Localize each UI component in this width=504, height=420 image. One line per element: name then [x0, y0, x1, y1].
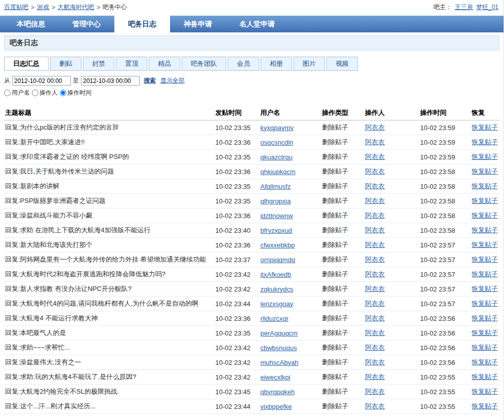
- filter-to-input[interactable]: [81, 76, 140, 86]
- nav-tab-2[interactable]: 管理中心: [59, 16, 114, 32]
- post-time: 10-02 23:42: [216, 271, 261, 278]
- show-all-link[interactable]: 显示全部: [160, 76, 185, 85]
- radio-username-input[interactable]: [4, 90, 11, 96]
- operator-link[interactable]: 阿衣衣: [365, 255, 420, 264]
- log-tab-1[interactable]: 日志汇总: [4, 57, 49, 71]
- op-type: 删除贴子: [322, 226, 365, 235]
- nav-tab-3[interactable]: 吧务日志: [114, 16, 170, 32]
- log-tab-2[interactable]: 删贴: [50, 57, 81, 71]
- username-link[interactable]: zqkukrydcs: [260, 285, 322, 293]
- operator-link[interactable]: 阿衣衣: [365, 402, 420, 411]
- restore-link[interactable]: 恢复贴子: [472, 152, 499, 161]
- operator-link[interactable]: 阿衣衣: [365, 284, 420, 293]
- username-link[interactable]: perAgquqcm: [260, 329, 322, 337]
- username-link[interactable]: qkuazctrqu: [260, 153, 322, 161]
- op-time: 10-02 23:56: [420, 315, 472, 322]
- log-tab-6[interactable]: 吧务团队: [182, 57, 226, 71]
- restore-link[interactable]: 恢复贴子: [472, 387, 499, 396]
- restore-link[interactable]: 恢复贴子: [472, 255, 499, 264]
- restore-link[interactable]: 恢复贴子: [472, 299, 499, 308]
- breadcrumb-link-home[interactable]: 百度贴吧: [4, 3, 28, 12]
- restore-link[interactable]: 恢复贴子: [472, 270, 499, 279]
- operator-link[interactable]: 阿衣衣: [365, 270, 420, 279]
- username-link[interactable]: Afqllmusfz: [260, 183, 322, 190]
- nav-tab-5[interactable]: 名人堂申请: [226, 16, 288, 32]
- search-button[interactable]: 搜索: [144, 76, 156, 85]
- nav-tab-4[interactable]: 神兽申请: [170, 16, 226, 32]
- username-link[interactable]: cbwbsnuqus: [260, 344, 322, 352]
- nav-tab-1[interactable]: 本吧信息: [3, 16, 59, 32]
- filter-from-input[interactable]: [12, 76, 71, 86]
- radio-operator-input[interactable]: [32, 90, 38, 96]
- bar-owner-link-1[interactable]: 王三辰: [455, 4, 473, 11]
- restore-link[interactable]: 恢复贴子: [472, 123, 499, 132]
- restore-link[interactable]: 恢复贴子: [472, 314, 499, 323]
- operator-link[interactable]: 阿衣衣: [365, 167, 420, 176]
- operator-link[interactable]: 阿衣衣: [365, 372, 420, 382]
- breadcrumb-link-category[interactable]: 游戏: [37, 3, 49, 12]
- operator-link[interactable]: 阿衣衣: [365, 196, 420, 205]
- operator-link[interactable]: 阿衣衣: [365, 226, 420, 235]
- username-link[interactable]: osqcsncdln: [260, 139, 322, 146]
- restore-link[interactable]: 恢复贴子: [472, 372, 499, 382]
- log-tab-5[interactable]: 精品: [149, 57, 180, 71]
- operator-link[interactable]: 阿衣衣: [365, 240, 420, 249]
- radio-username[interactable]: 用户名: [4, 89, 30, 97]
- log-tab-9[interactable]: 图片: [293, 57, 325, 71]
- breadcrumb-link-bar[interactable]: 大航海时代吧: [58, 3, 94, 12]
- restore-link[interactable]: 恢复贴子: [472, 343, 499, 352]
- operator-link[interactable]: 阿衣衣: [365, 211, 420, 220]
- restore-link[interactable]: 恢复贴子: [472, 358, 499, 367]
- bar-owner-link-2[interactable]: 梦狂_01: [476, 4, 498, 11]
- operator-link[interactable]: 阿衣衣: [365, 182, 420, 191]
- restore-link[interactable]: 恢复贴子: [472, 167, 499, 176]
- radio-optime-input[interactable]: [60, 90, 66, 96]
- restore-link[interactable]: 恢复贴子: [472, 138, 499, 147]
- operator-link[interactable]: 阿衣衣: [365, 328, 420, 338]
- restore-link[interactable]: 恢复贴子: [472, 284, 499, 293]
- table-row: 回复:新开中国吧,大家速进!!10-02 23:36osqcsncdln删除贴子…: [4, 135, 499, 150]
- username-link[interactable]: qbvrqpqkeh: [260, 388, 322, 396]
- restore-link[interactable]: 恢复贴子: [472, 196, 499, 205]
- username-link[interactable]: rllduzcxqr: [260, 315, 322, 322]
- operator-link[interactable]: 阿衣衣: [365, 343, 420, 352]
- operator-link[interactable]: 阿衣衣: [365, 299, 420, 308]
- log-tab-7[interactable]: 会员: [228, 57, 259, 71]
- username-link[interactable]: bfryzxpxud: [260, 227, 322, 234]
- operator-link[interactable]: 阿衣衣: [365, 387, 420, 396]
- username-link[interactable]: lenzxsgoay: [260, 300, 322, 308]
- operator-link[interactable]: 阿衣衣: [365, 314, 420, 323]
- username-link[interactable]: qhkiupkqcm: [260, 168, 322, 176]
- op-time: 10-02 23:57: [420, 241, 472, 249]
- username-link[interactable]: ornpiqqmdq: [260, 256, 322, 264]
- restore-link[interactable]: 恢复贴子: [472, 402, 499, 411]
- table-row: 回复:大航海2约翰完全不SL的极限挑战.10-02 23:45qbvrqpqke…: [4, 385, 499, 399]
- log-tab-8[interactable]: 相册: [261, 57, 292, 71]
- log-tab-3[interactable]: 封禁: [83, 57, 114, 71]
- operator-link[interactable]: 阿衣衣: [365, 358, 420, 367]
- log-table: 主题标题 发贴时间 用户名 操作类型 操作人 操作时间 恢复 回复:为什么pc版…: [4, 105, 499, 414]
- username-link[interactable]: yixbppefke: [260, 403, 322, 410]
- restore-link[interactable]: 恢复贴子: [472, 240, 499, 249]
- username-link[interactable]: muhscAbyah: [260, 359, 322, 366]
- page-title-bar: 吧务日志: [4, 35, 499, 51]
- operator-link[interactable]: 阿衣衣: [365, 152, 420, 161]
- username-link[interactable]: eiwecxlkpi: [260, 373, 322, 381]
- log-tab-10[interactable]: 视频: [326, 57, 358, 71]
- username-link[interactable]: cfwxxebkbp: [260, 241, 322, 249]
- operator-link[interactable]: 阿衣衣: [365, 123, 420, 132]
- log-tab-4[interactable]: 置顶: [116, 57, 147, 71]
- username-link[interactable]: itxAfkoedb: [260, 271, 322, 278]
- radio-operator[interactable]: 操作人: [32, 89, 58, 97]
- restore-link[interactable]: 恢复贴子: [472, 182, 499, 191]
- header-username: 用户名: [260, 108, 322, 117]
- restore-link[interactable]: 恢复贴子: [472, 328, 499, 338]
- restore-link[interactable]: 恢复贴子: [472, 226, 499, 235]
- username-link[interactable]: idzttnownw: [260, 212, 322, 220]
- restore-link[interactable]: 恢复贴子: [472, 211, 499, 220]
- operator-link[interactable]: 阿衣衣: [365, 138, 420, 147]
- table-row: 回复:求印度洋霸者之证的 经纬度啊 PSP的10-02 23:35qkuazct…: [4, 150, 499, 164]
- username-link[interactable]: kyxqpayrpv: [260, 124, 322, 132]
- radio-optime[interactable]: 操作时间: [60, 89, 92, 97]
- username-link[interactable]: qlhgropxia: [260, 197, 322, 205]
